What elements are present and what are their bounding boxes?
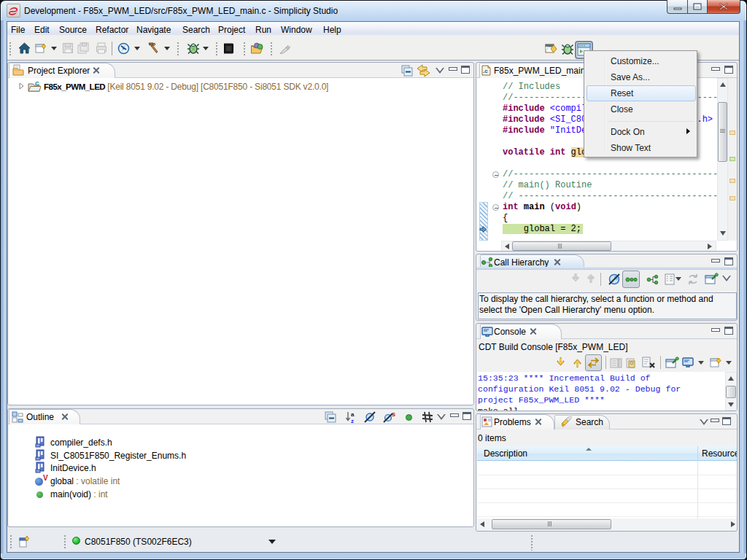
svg-text:s: s	[392, 411, 395, 418]
svg-text:.c: .c	[483, 68, 488, 74]
svg-text:C: C	[35, 81, 39, 87]
svg-text:z: z	[351, 418, 354, 424]
svg-text:a: a	[351, 411, 355, 418]
